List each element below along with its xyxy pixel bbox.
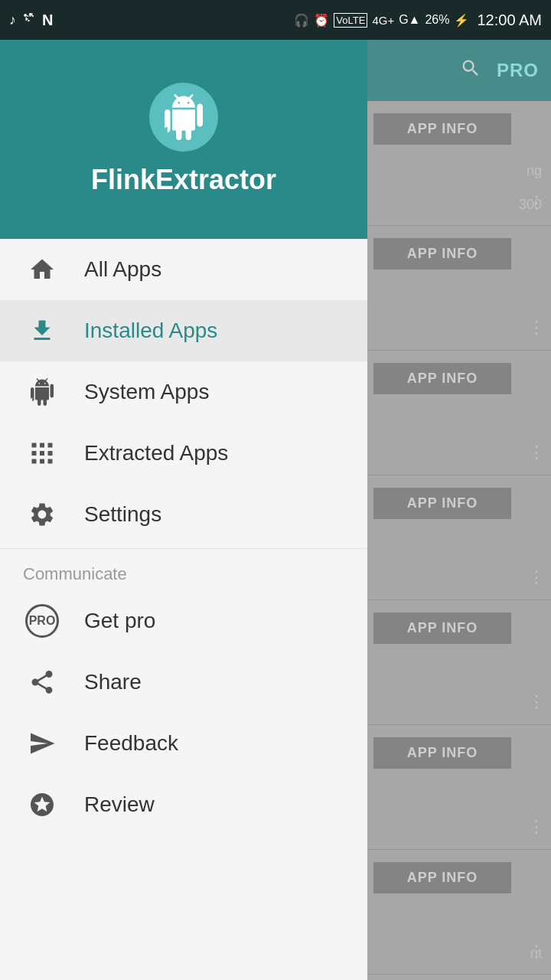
sidebar-item-share[interactable]: Share bbox=[0, 652, 367, 713]
signal-4g-icon: 4G+ bbox=[372, 14, 394, 27]
app-info-button-7[interactable]: APP INFO bbox=[373, 862, 511, 893]
app-info-button-2[interactable]: APP INFO bbox=[373, 238, 511, 270]
share-label: Share bbox=[84, 670, 142, 694]
battery-text: 26% bbox=[425, 13, 449, 27]
star-icon bbox=[23, 786, 61, 824]
all-apps-label: All Apps bbox=[84, 257, 161, 282]
more-options-icon-5[interactable]: ⋮ bbox=[528, 692, 545, 712]
status-right-icons: 🎧 ⏰ VoLTE 4G+ G▲ 26% ⚡ 12:00 AM bbox=[294, 11, 542, 29]
app-item-bg-2: APP INFO ⋮ bbox=[367, 226, 551, 351]
main-container: PRO APP INFO ng 300 ⋮ APP INFO ⋮ APP INF… bbox=[0, 40, 551, 980]
status-bar: ♪ N 🎧 ⏰ VoLTE 4G+ G▲ 26% ⚡ 12:00 AM bbox=[0, 0, 551, 40]
search-icon[interactable] bbox=[460, 57, 481, 84]
more-options-icon-1[interactable]: ⋮ bbox=[528, 193, 545, 213]
sidebar-item-get-pro[interactable]: PRO Get pro bbox=[0, 590, 367, 652]
review-label: Review bbox=[84, 792, 155, 817]
share-icon bbox=[23, 663, 61, 701]
more-options-icon-6[interactable]: ⋮ bbox=[528, 817, 545, 837]
system-apps-label: System Apps bbox=[84, 380, 209, 404]
app-item-bg-5: APP INFO ⋮ bbox=[367, 600, 551, 725]
settings-label: Settings bbox=[84, 502, 161, 527]
sidebar-item-all-apps[interactable]: All Apps bbox=[0, 239, 367, 300]
app-item-text-1: ng bbox=[373, 163, 545, 179]
status-left-icons: ♪ N bbox=[9, 11, 53, 29]
feedback-label: Feedback bbox=[84, 731, 178, 756]
app-item-text-7: nt bbox=[373, 946, 545, 962]
sidebar-item-extracted-apps[interactable]: Extracted Apps bbox=[0, 423, 367, 484]
download-icon bbox=[23, 312, 61, 350]
extracted-apps-label: Extracted Apps bbox=[84, 441, 228, 466]
app-logo bbox=[149, 83, 218, 152]
headphone-icon: 🎧 bbox=[294, 13, 309, 28]
right-toolbar: PRO bbox=[367, 40, 551, 101]
app-item-bg-3: APP INFO ⋮ bbox=[367, 351, 551, 475]
g-signal-icon: G▲ bbox=[399, 13, 420, 27]
gear-icon bbox=[23, 495, 61, 534]
navigation-drawer: FlinkExtractor All Apps Installed Apps bbox=[0, 40, 367, 980]
more-options-icon-7[interactable]: ⋮ bbox=[528, 942, 545, 962]
android-logo-icon bbox=[161, 94, 207, 140]
grid-icon bbox=[23, 434, 61, 472]
more-options-icon-3[interactable]: ⋮ bbox=[528, 443, 545, 462]
volte-icon: VoLTE bbox=[334, 13, 367, 28]
app-name-label: FlinkExtractor bbox=[91, 164, 276, 196]
sidebar-item-installed-apps[interactable]: Installed Apps bbox=[0, 300, 367, 361]
app-item-bg-6: APP INFO ⋮ bbox=[367, 725, 551, 850]
app-item-bg-1: APP INFO ng 300 ⋮ bbox=[367, 101, 551, 226]
notification-icon: N bbox=[42, 11, 53, 29]
app-info-button-6[interactable]: APP INFO bbox=[373, 737, 511, 769]
right-panel: PRO APP INFO ng 300 ⋮ APP INFO ⋮ APP INF… bbox=[367, 40, 551, 980]
music-icon: ♪ bbox=[9, 12, 16, 28]
app-info-button-4[interactable]: APP INFO bbox=[373, 488, 511, 519]
sidebar-item-feedback[interactable]: Feedback bbox=[0, 713, 367, 774]
pro-icon: PRO bbox=[23, 602, 61, 640]
app-list-background: APP INFO ng 300 ⋮ APP INFO ⋮ APP INFO ⋮ … bbox=[367, 101, 551, 980]
app-info-button-1[interactable]: APP INFO bbox=[373, 113, 511, 145]
drawer-header: FlinkExtractor bbox=[0, 40, 367, 239]
alarm-icon: ⏰ bbox=[314, 13, 329, 28]
menu-divider bbox=[0, 548, 367, 549]
get-pro-label: Get pro bbox=[84, 609, 155, 633]
sidebar-item-system-apps[interactable]: System Apps bbox=[0, 361, 367, 423]
status-time: 12:00 AM bbox=[477, 11, 542, 29]
home-icon bbox=[23, 250, 61, 289]
sidebar-item-settings[interactable]: Settings bbox=[0, 484, 367, 545]
battery-charging-icon: ⚡ bbox=[454, 13, 469, 28]
more-options-icon-2[interactable]: ⋮ bbox=[528, 318, 545, 338]
usb-icon bbox=[22, 11, 36, 29]
app-info-button-5[interactable]: APP INFO bbox=[373, 612, 511, 644]
app-info-button-3[interactable]: APP INFO bbox=[373, 363, 511, 394]
communicate-section-label: Communicate bbox=[0, 552, 367, 590]
more-options-icon-4[interactable]: ⋮ bbox=[528, 567, 545, 587]
app-item-subtext-1: 300 bbox=[373, 197, 545, 213]
send-icon bbox=[23, 724, 61, 763]
sidebar-item-review[interactable]: Review bbox=[0, 774, 367, 835]
pro-label[interactable]: PRO bbox=[497, 60, 539, 81]
drawer-menu: All Apps Installed Apps System Apps bbox=[0, 239, 367, 980]
android-icon bbox=[23, 373, 61, 411]
app-item-bg-7: APP INFO nt ⋮ bbox=[367, 850, 551, 975]
app-item-bg-4: APP INFO ⋮ bbox=[367, 475, 551, 600]
installed-apps-label: Installed Apps bbox=[84, 318, 217, 343]
